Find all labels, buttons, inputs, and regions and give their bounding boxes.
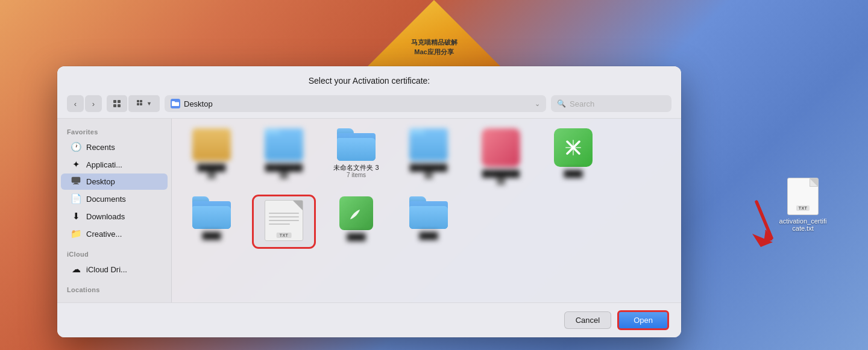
sidebar-downloads-label: Downloads (86, 212, 125, 221)
file-type-badge: TXT (796, 205, 810, 211)
file-item-small-green[interactable]: ████ (326, 196, 386, 247)
sidebar-item-documents[interactable]: 📄 Documents (61, 190, 168, 207)
blurred-label-2: ████████ (265, 163, 303, 172)
file-open-dialog: Select your Activation certificate: ‹ › (57, 66, 681, 337)
small-green-label: ████ (347, 233, 365, 241)
svg-rect-9 (137, 103, 139, 105)
forward-button[interactable]: › (85, 95, 102, 112)
sidebar-applications-label: Applicati... (86, 160, 122, 169)
leaf-icon (348, 205, 365, 222)
svg-rect-5 (113, 104, 116, 107)
txt-badge: TXT (277, 233, 292, 238)
documents-icon: 📄 (71, 193, 81, 204)
file-item-blurred-2[interactable]: ████████ ██ (254, 128, 314, 184)
blurred-sublabel-4: ██ (424, 172, 433, 178)
sidebar-item-recents[interactable]: 🕐 Recents (61, 139, 168, 155)
blue-folder-1-label: ████ (202, 231, 221, 240)
content-area: ██████ ██ ████████ ██ 未命名文件夹 3 7 ite (172, 119, 681, 302)
file-item-txt-selected[interactable]: TXT (254, 196, 314, 247)
grid-view-button[interactable] (107, 95, 127, 112)
sidebar-item-applications[interactable]: ✦ Applicati... (61, 156, 168, 173)
dialog-body: Favorites 🕐 Recents ✦ Applicati... Deskt… (57, 119, 681, 302)
blue-folder-1-icon (192, 196, 231, 229)
blue-folder-2-icon (409, 196, 448, 229)
desktop-monitor-icon (71, 177, 81, 185)
sidebar-item-creative[interactable]: 📁 Creative... (61, 225, 168, 242)
chevron-down-icon: ▼ (146, 101, 152, 107)
unnamed-folder-icon (337, 128, 376, 161)
location-chevron-icon: ⌄ (535, 100, 540, 108)
file-item-blue-folder-1[interactable]: ████ (181, 196, 242, 247)
svg-rect-13 (73, 184, 79, 184)
cancel-button[interactable]: Cancel (564, 311, 611, 329)
applications-icon: ✦ (71, 159, 81, 170)
svg-rect-11 (72, 177, 80, 183)
svg-rect-7 (137, 100, 139, 102)
desktop-activation-file[interactable]: TXT activation_certificate.txt (779, 178, 827, 232)
green-app-icon (554, 128, 593, 167)
current-location-text: Desktop (184, 99, 531, 108)
blurred-sublabel-1: ██ (207, 172, 216, 178)
sidebar-item-downloads[interactable]: ⬇ Downloads (61, 208, 168, 225)
icloud-section-label: iCloud (57, 248, 171, 260)
blue-folder-2-label: ████ (419, 231, 438, 240)
svg-rect-12 (74, 183, 78, 184)
green-app-label: ████ (564, 169, 582, 178)
search-placeholder-text: Search (570, 99, 594, 108)
grid-options-icon (136, 99, 145, 108)
file-item-blurred-1[interactable]: ██████ ██ (181, 128, 242, 184)
desktop-file-label: activation_certificate.txt (779, 217, 827, 232)
svg-rect-3 (113, 100, 116, 103)
view-button-group: ▼ (107, 95, 160, 112)
nav-button-group: ‹ › (67, 95, 102, 112)
grid-icon (113, 99, 121, 108)
svg-rect-8 (140, 100, 142, 102)
view-options-dropdown[interactable]: ▼ (128, 95, 160, 112)
file-item-blue-folder-2[interactable]: ████ (398, 196, 459, 247)
blurred-sublabel-2: ██ (280, 172, 288, 178)
sidebar-creative-label: Creative... (86, 230, 122, 239)
downloads-icon: ⬇ (71, 211, 81, 222)
search-bar[interactable]: 🔍 Search (551, 95, 671, 112)
blurred-label-4: ████████ (410, 163, 447, 172)
location-bar[interactable]: Desktop ⌄ (165, 95, 546, 112)
desktop-file-icon: TXT (787, 178, 819, 215)
wrench-crosshair-icon (562, 137, 584, 158)
desktop-icon (71, 177, 81, 187)
blurred-label-1: ██████ (198, 163, 226, 172)
file-item-blurred-5[interactable]: ████████ ██ (471, 128, 531, 184)
dialog-toolbar: ‹ › ▼ (57, 90, 681, 119)
file-item-green-app[interactable]: ████ (543, 128, 603, 184)
creative-icon: 📁 (71, 228, 81, 239)
svg-rect-4 (118, 100, 121, 103)
watermark-text: 马克喵精品破解 Mac应用分享 (411, 38, 458, 57)
blurred-label-5: ████████ (482, 169, 520, 178)
sidebar-documents-label: Documents (86, 195, 126, 204)
unnamed-folder-label: 未命名文件夹 3 (333, 163, 379, 172)
red-arrow-indicator (738, 199, 775, 247)
svg-rect-10 (140, 103, 142, 105)
svg-rect-6 (118, 104, 121, 107)
sidebar-icloud-label: iCloud Dri... (86, 265, 127, 274)
open-button[interactable]: Open (617, 310, 669, 330)
location-folder-icon (171, 99, 180, 108)
recents-icon: 🕐 (71, 142, 81, 152)
file-item-unnamed-folder[interactable]: 未命名文件夹 3 7 items (326, 128, 386, 184)
sidebar-item-desktop[interactable]: Desktop (61, 173, 168, 190)
file-item-blurred-4[interactable]: ████████ ██ (398, 128, 459, 184)
back-button[interactable]: ‹ (67, 95, 84, 112)
sidebar: Favorites 🕐 Recents ✦ Applicati... Deskt… (57, 119, 172, 302)
blurred-sublabel-5: ██ (497, 178, 505, 184)
favorites-section-label: Favorites (57, 126, 171, 138)
dialog-title: Select your Activation certificate: (57, 66, 681, 90)
small-green-icon (339, 196, 373, 230)
svg-line-2 (756, 202, 772, 238)
locations-section-label: Locations (57, 284, 171, 296)
dialog-footer: Cancel Open (57, 302, 681, 337)
sidebar-item-icloud-drive[interactable]: ☁ iCloud Dri... (61, 261, 168, 278)
search-icon: 🔍 (557, 99, 566, 108)
txt-file-icon: TXT (265, 200, 303, 241)
sidebar-desktop-label: Desktop (86, 177, 115, 186)
folder-icon (172, 101, 179, 107)
sidebar-recents-label: Recents (86, 143, 115, 152)
